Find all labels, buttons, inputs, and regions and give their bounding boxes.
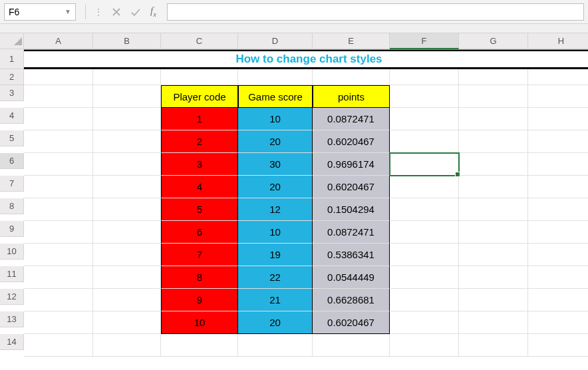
cell-H2[interactable] bbox=[528, 69, 588, 85]
cell-C9[interactable]: 6 bbox=[161, 221, 238, 244]
table-header-player-code[interactable]: Player code bbox=[161, 85, 238, 108]
row-header-8[interactable]: 8 bbox=[0, 198, 24, 214]
cell-B4[interactable] bbox=[93, 108, 161, 130]
cell-A10[interactable] bbox=[24, 244, 93, 266]
cell-F5[interactable] bbox=[390, 130, 459, 153]
cell-E13[interactable]: 0.6020467 bbox=[313, 311, 390, 334]
cell-B2[interactable] bbox=[93, 69, 161, 85]
row-header-4[interactable]: 4 bbox=[0, 108, 24, 124]
cell-G9[interactable] bbox=[459, 221, 528, 244]
cell-D12[interactable]: 21 bbox=[238, 289, 313, 311]
row-header-2[interactable]: 2 bbox=[0, 69, 24, 85]
cell-G3[interactable] bbox=[459, 85, 528, 108]
cell-B9[interactable] bbox=[93, 221, 161, 244]
cell-F7[interactable] bbox=[390, 176, 459, 198]
cell-G6[interactable] bbox=[459, 153, 528, 176]
cell-H5[interactable] bbox=[528, 130, 588, 153]
cell-C14[interactable] bbox=[161, 334, 238, 357]
cell-H10[interactable] bbox=[528, 244, 588, 266]
cell-B8[interactable] bbox=[93, 198, 161, 221]
cell-A13[interactable] bbox=[24, 311, 93, 334]
col-header-B[interactable]: B bbox=[93, 33, 161, 49]
cell-H14[interactable] bbox=[528, 334, 588, 357]
cell-F6-selected[interactable] bbox=[390, 153, 459, 176]
cell-B7[interactable] bbox=[93, 176, 161, 198]
cell-F8[interactable] bbox=[390, 198, 459, 221]
cell-F3[interactable] bbox=[390, 85, 459, 108]
row-header-12[interactable]: 12 bbox=[0, 289, 24, 305]
row-header-13[interactable]: 13 bbox=[0, 311, 24, 327]
cell-H12[interactable] bbox=[528, 289, 588, 311]
cell-A5[interactable] bbox=[24, 130, 93, 153]
cell-B10[interactable] bbox=[93, 244, 161, 266]
sheet-title[interactable]: How to change chart styles bbox=[24, 49, 588, 69]
cell-G5[interactable] bbox=[459, 130, 528, 153]
cell-E14[interactable] bbox=[313, 334, 390, 357]
cell-F11[interactable] bbox=[390, 266, 459, 289]
cell-B12[interactable] bbox=[93, 289, 161, 311]
row-header-3[interactable]: 3 bbox=[0, 85, 24, 101]
cell-A9[interactable] bbox=[24, 221, 93, 244]
cell-E11[interactable]: 0.0544449 bbox=[313, 266, 390, 289]
cell-E2[interactable] bbox=[313, 69, 390, 85]
spreadsheet-grid[interactable]: A B C D E F G H 1 How to change chart st… bbox=[0, 33, 588, 357]
cell-D4[interactable]: 10 bbox=[238, 108, 313, 130]
cell-E10[interactable]: 0.5386341 bbox=[313, 244, 390, 266]
name-box[interactable]: F6 ▼ bbox=[4, 3, 76, 21]
cell-B6[interactable] bbox=[93, 153, 161, 176]
cell-G12[interactable] bbox=[459, 289, 528, 311]
cell-A4[interactable] bbox=[24, 108, 93, 130]
row-header-11[interactable]: 11 bbox=[0, 266, 24, 282]
select-all-corner[interactable] bbox=[0, 33, 24, 49]
cell-C8[interactable]: 5 bbox=[161, 198, 238, 221]
cell-B13[interactable] bbox=[93, 311, 161, 334]
cell-H6[interactable] bbox=[528, 153, 588, 176]
cell-C6[interactable]: 3 bbox=[161, 153, 238, 176]
table-header-points[interactable]: points bbox=[313, 85, 390, 108]
cell-B5[interactable] bbox=[93, 130, 161, 153]
row-header-1[interactable]: 1 bbox=[0, 49, 24, 69]
cell-C4[interactable]: 1 bbox=[161, 108, 238, 130]
cell-H3[interactable] bbox=[528, 85, 588, 108]
cell-E6[interactable]: 0.9696174 bbox=[313, 153, 390, 176]
cell-F4[interactable] bbox=[390, 108, 459, 130]
cell-H13[interactable] bbox=[528, 311, 588, 334]
cell-B3[interactable] bbox=[93, 85, 161, 108]
cell-E8[interactable]: 0.1504294 bbox=[313, 198, 390, 221]
cell-G10[interactable] bbox=[459, 244, 528, 266]
cell-A14[interactable] bbox=[24, 334, 93, 357]
cell-B11[interactable] bbox=[93, 266, 161, 289]
cell-E5[interactable]: 0.6020467 bbox=[313, 130, 390, 153]
cell-F2[interactable] bbox=[390, 69, 459, 85]
table-header-game-score[interactable]: Game score bbox=[238, 85, 313, 108]
row-header-7[interactable]: 7 bbox=[0, 176, 24, 192]
cell-D6[interactable]: 30 bbox=[238, 153, 313, 176]
cell-G8[interactable] bbox=[459, 198, 528, 221]
cell-E4[interactable]: 0.0872471 bbox=[313, 108, 390, 130]
row-header-5[interactable]: 5 bbox=[0, 130, 24, 146]
cell-D10[interactable]: 19 bbox=[238, 244, 313, 266]
col-header-G[interactable]: G bbox=[459, 33, 528, 49]
col-header-H[interactable]: H bbox=[528, 33, 588, 49]
col-header-C[interactable]: C bbox=[161, 33, 238, 49]
cell-C10[interactable]: 7 bbox=[161, 244, 238, 266]
cell-D2[interactable] bbox=[238, 69, 313, 85]
cell-H4[interactable] bbox=[528, 108, 588, 130]
col-header-F[interactable]: F bbox=[390, 33, 459, 49]
cell-G2[interactable] bbox=[459, 69, 528, 85]
cell-C11[interactable]: 8 bbox=[161, 266, 238, 289]
cell-C12[interactable]: 9 bbox=[161, 289, 238, 311]
cell-A7[interactable] bbox=[24, 176, 93, 198]
cell-F9[interactable] bbox=[390, 221, 459, 244]
cell-A6[interactable] bbox=[24, 153, 93, 176]
cell-G14[interactable] bbox=[459, 334, 528, 357]
cell-A3[interactable] bbox=[24, 85, 93, 108]
cell-G4[interactable] bbox=[459, 108, 528, 130]
row-header-14[interactable]: 14 bbox=[0, 334, 24, 350]
cell-D8[interactable]: 12 bbox=[238, 198, 313, 221]
cell-F10[interactable] bbox=[390, 244, 459, 266]
cell-A8[interactable] bbox=[24, 198, 93, 221]
cell-A11[interactable] bbox=[24, 266, 93, 289]
cell-G13[interactable] bbox=[459, 311, 528, 334]
cell-F12[interactable] bbox=[390, 289, 459, 311]
